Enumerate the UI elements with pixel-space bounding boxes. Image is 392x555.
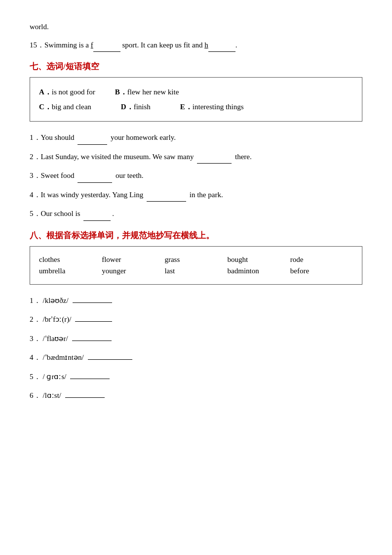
s7-q5-blank[interactable]	[83, 220, 111, 221]
s8-q5-phonetic: / ɡrɑːs/	[43, 370, 67, 384]
s8-q6: 6． /lɑːst/	[30, 388, 362, 403]
section8-title: 八、根据音标选择单词，并规范地抄写在横线上。	[30, 230, 362, 241]
word-badminton: badminton	[228, 267, 290, 275]
word-grass: grass	[164, 256, 227, 264]
s7-q1-blank[interactable]	[78, 144, 107, 145]
word-bought: bought	[228, 256, 290, 264]
s8-q6-blank[interactable]	[65, 397, 105, 398]
word-clothes: clothes	[39, 256, 102, 264]
s8-q1: 1． /kləʊðz/	[30, 294, 362, 308]
section7-questions: 1．You should your homework early. 2．Last…	[30, 130, 362, 221]
s8-q3-phonetic: /ˈflaʊər/	[43, 332, 68, 346]
s8-q5-num: 5．	[30, 370, 41, 384]
s8-q3-num: 3．	[30, 332, 41, 346]
s8-q1-blank[interactable]	[73, 302, 112, 303]
s7-q5: 5．Our school is .	[30, 207, 362, 221]
s7-q4: 4．It was windy yesterday. Yang Ling in t…	[30, 188, 362, 202]
s7-q3: 3．Sweet food our teeth.	[30, 169, 362, 183]
s8-q4-num: 4．	[30, 350, 41, 365]
options-row1: A．is not good for B．flew her new kite	[39, 85, 353, 99]
s8-q4-blank[interactable]	[88, 359, 132, 360]
s8-q5-blank[interactable]	[70, 379, 110, 379]
word-rode: rode	[290, 256, 353, 264]
s8-q3-blank[interactable]	[72, 341, 112, 341]
word-umbrella: umbrella	[39, 267, 102, 275]
word-row2: umbrella younger last badminton before	[39, 267, 353, 275]
option-b: B．flew her new kite	[115, 85, 179, 99]
section7-title: 七、选词/短语填空	[30, 61, 362, 72]
q15-blank2: h	[204, 41, 208, 49]
option-c: C．big and clean	[39, 99, 91, 114]
s8-q1-num: 1．	[30, 294, 41, 308]
word-row1: clothes flower grass bought rode	[39, 256, 353, 264]
s8-q4: 4． /ˈbædmɪntən/	[30, 350, 362, 365]
word-flower: flower	[102, 256, 164, 264]
q15-blank1: f	[91, 41, 93, 49]
s8-q2-num: 2．	[30, 312, 41, 327]
s8-q4-phonetic: /ˈbædmɪntən/	[43, 350, 84, 365]
s7-q4-blank[interactable]	[147, 201, 186, 202]
section7-options-box: A．is not good for B．flew her new kite C．…	[30, 77, 362, 122]
option-a: A．is not good for	[39, 85, 95, 99]
s8-q5: 5． / ɡrɑːs/	[30, 370, 362, 384]
s7-q2-blank[interactable]	[197, 163, 232, 164]
s8-q2: 2． /brˈfɔː(r)/	[30, 312, 362, 327]
q15-suffix: .	[235, 41, 237, 49]
s7-q2: 2．Last Sunday, we visited the museum. We…	[30, 150, 362, 164]
word-last: last	[164, 267, 227, 275]
question-15: 15．Swimming is a f sport. It can keep us…	[30, 38, 362, 52]
section8-phonetics: 1． /kləʊðz/ 2． /brˈfɔː(r)/ 3． /ˈflaʊər/ …	[30, 294, 362, 403]
s8-q3: 3． /ˈflaʊər/	[30, 332, 362, 346]
options-row2: C．big and clean D．finish E．interesting t…	[39, 99, 353, 114]
s8-q2-blank[interactable]	[75, 321, 112, 322]
world-text: world.	[30, 23, 49, 31]
s8-q2-phonetic: /brˈfɔː(r)/	[43, 312, 72, 327]
option-d: D．finish	[121, 99, 151, 114]
word-before: before	[290, 267, 353, 275]
s8-q6-num: 6．	[30, 388, 41, 403]
q15-prefix: 15．Swimming is a	[30, 41, 91, 49]
s8-q6-phonetic: /lɑːst/	[43, 388, 62, 403]
s7-q3-blank[interactable]	[78, 182, 112, 183]
s8-q1-phonetic: /kləʊðz/	[43, 294, 69, 308]
q15-mid: sport. It can keep us fit and	[120, 41, 204, 49]
s7-q1: 1．You should your homework early.	[30, 130, 362, 145]
section8-word-box: clothes flower grass bought rode umbrell…	[30, 246, 362, 285]
word-younger: younger	[102, 267, 164, 275]
option-e: E．interesting things	[180, 99, 244, 114]
world-line: world.	[30, 20, 362, 34]
